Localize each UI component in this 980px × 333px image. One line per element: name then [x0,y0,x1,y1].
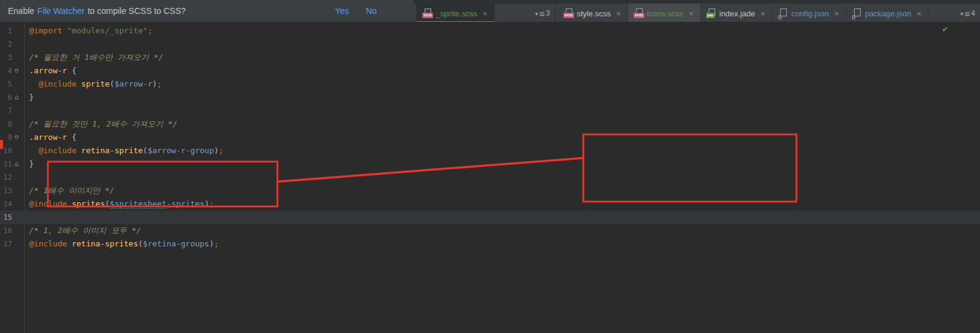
code-token: } [29,159,34,168]
code-text: @import "modules/_sprite"; [24,24,153,38]
gutter-cell: 14 [0,197,24,211]
file-badge: {} [850,14,856,19]
code-token: /* 필요한 거 1배수만 가져오기 */ [29,53,163,62]
yes-button[interactable]: Yes [335,6,349,16]
code-line[interactable]: 13/* 1배수 이미지만 */ [0,184,980,197]
file-badge: SASS [563,13,574,18]
code-line[interactable]: 17@include retina-sprites($retina-groups… [0,237,980,251]
fold-marker-icon[interactable]: ⌂ [15,91,19,104]
no-button[interactable]: No [366,6,377,16]
code-token [29,146,39,155]
code-token [76,79,81,88]
code-line[interactable]: 8/* 필요한 것만 1, 2배수 가져오기 */ [0,117,980,131]
tab-package.json[interactable]: {}package.json× [846,4,929,23]
line-number: 2 [0,38,12,51]
code-line[interactable]: 6⌂} [0,91,980,104]
code-token: ( [143,146,148,155]
fold-marker-icon[interactable]: ⌂ [15,157,19,171]
code-token: ; [209,199,214,208]
code-token: ; [157,79,162,88]
code-line[interactable]: 4⌂.arrow-r { [0,64,980,77]
code-line[interactable]: 15 [0,211,980,224]
code-token: "modules/_sprite" [67,26,148,35]
notification-bar: Enable File Watcher to compile SCSS to C… [1,0,413,22]
jade-file-icon: jade [706,8,717,18]
tab-label: _sprite.scss [435,9,477,18]
code-token: ; [148,26,153,35]
code-token [62,26,67,35]
code-token: -sprites [167,199,205,208]
file-badge: SASS [422,13,433,18]
hidden-tabs-dropdown[interactable]: ▾≡3 [531,4,555,23]
code-line[interactable]: 3/* 필요한 거 1배수만 가져오기 */ [0,51,980,64]
hidden-tabs-count: 4 [971,9,975,18]
gutter-cell: 5 [0,77,24,91]
gutter-cell: 11⌂ [0,157,24,171]
hidden-tabs-dropdown[interactable]: ▾≡4 [956,4,980,23]
tab-config.json[interactable]: {}config.json× [772,4,846,23]
code-text: @include retina-sprites($retina-groups); [24,237,219,251]
tab-style.scss[interactable]: SASSstyle.scss× [558,4,628,23]
gutter-cell: 15 [0,211,24,224]
code-line[interactable]: 16/* 1, 2배수 이미지 모두 */ [0,224,980,237]
close-icon[interactable]: × [687,10,695,18]
code-line[interactable]: 1@import "modules/_sprite"; [0,24,980,38]
close-icon[interactable]: × [760,10,767,18]
code-token: retina-sprite [81,146,143,155]
line-number: 5 [0,77,12,91]
code-text: } [24,157,34,171]
code-line[interactable]: 14@include sprites($spritesheet-sprites)… [0,197,980,211]
line-number: 10 [0,144,12,157]
line-number: 4 [0,64,12,77]
close-icon[interactable]: × [916,10,923,18]
right-editor[interactable]: 1@import "modules/_sprite";23/* 필요한 거 1배… [0,22,980,333]
code-token: ; [214,239,219,248]
fold-marker-icon[interactable]: ⌂ [15,64,19,77]
right-pane: Enable File Watcher to compile SCSS to C… [0,0,413,310]
code-token: @include [39,146,77,155]
code-line[interactable]: 2 [0,38,980,51]
line-number: 17 [0,237,12,251]
code-line[interactable]: 11⌂} [0,157,980,171]
gutter-cell: 12 [0,171,24,184]
close-icon[interactable]: × [482,10,489,18]
code-text: @include sprite($arrow-r); [24,77,162,91]
code-text: @include retina-sprite($arrow-r-group); [24,144,223,157]
code-token: @include [39,79,77,88]
code-token [29,79,39,88]
line-number: 14 [0,197,12,211]
chevron-down-icon: ▾ [961,10,964,17]
code-token: ) [214,146,219,155]
file-watcher-link[interactable]: File Watcher [38,6,85,16]
code-token: $arrow-r [114,79,153,88]
fold-marker-icon[interactable]: ⌂ [15,131,19,144]
code-token: @import [29,26,62,35]
code-line[interactable]: 12 [0,171,980,184]
ide-window: Hindex72.html×Hindex71.html×Hindex68.htm… [0,0,980,333]
gutter-cell: 16 [0,224,24,237]
tab-index.jade[interactable]: jadeindex.jade× [701,4,773,23]
tab-group-right: SASSstyle.scss×SASSicons.scss×jadeindex.… [555,4,980,23]
notification-text: to compile SCSS to CSS? [88,6,186,16]
chevron-down-icon: ▾ [535,10,538,17]
code-token: $arrow-r-group [148,146,214,155]
file-badge: SASS [634,13,644,18]
right-editor-lines: 1@import "modules/_sprite";23/* 필요한 거 1배… [0,24,980,251]
close-icon[interactable]: × [615,10,622,18]
hidden-tabs-count: 3 [546,9,550,18]
code-line[interactable]: 7 [0,104,980,117]
code-token: ; [219,146,223,155]
tab-_sprite.scss[interactable]: SASS_sprite.scss× [417,4,494,23]
code-line[interactable]: 9⌂.arrow-r { [0,131,980,144]
line-number: 7 [0,104,12,117]
tab-icons.scss[interactable]: SASSicons.scss× [628,4,701,23]
code-token: $retina-groups [143,239,210,248]
gutter-cell: 9⌂ [0,131,24,144]
inspections-ok-icon[interactable]: ✔ [942,25,949,33]
code-line[interactable]: 5 @include sprite($arrow-r); [0,77,980,91]
code-line[interactable]: 10 @include retina-sprite($arrow-r-group… [0,144,980,157]
code-text: /* 1, 2배수 이미지 모두 */ [24,224,141,237]
close-icon[interactable]: × [833,10,841,18]
code-token: @include [29,199,67,208]
code-text [24,211,29,224]
